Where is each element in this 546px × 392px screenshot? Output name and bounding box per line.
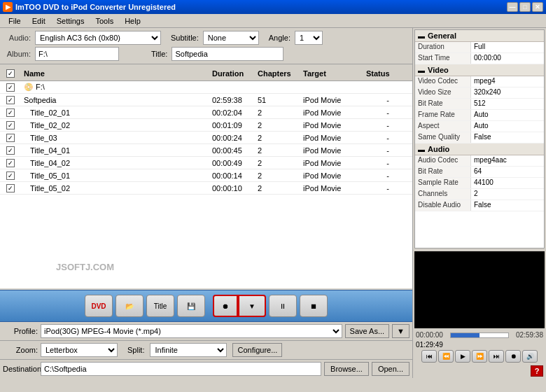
row-chapters: 51: [255, 96, 300, 104]
angle-select[interactable]: 1: [295, 31, 323, 45]
menu-edit[interactable]: Edit: [27, 15, 51, 27]
configure-button[interactable]: Configure...: [232, 343, 282, 357]
row-chapters: 2: [255, 121, 300, 130]
prop-row: Audio Codecmpeg4aac: [415, 155, 544, 167]
row-chapters: 2: [255, 134, 300, 142]
vc-skip-back[interactable]: ⏮: [421, 350, 437, 363]
vc-rewind[interactable]: ⏪: [438, 350, 454, 363]
col-chapters: Chapters: [255, 68, 300, 79]
row-name: Title_05_01: [21, 172, 209, 180]
video-preview: [414, 251, 545, 328]
vc-volume[interactable]: 🔊: [522, 350, 538, 363]
menu-file[interactable]: File: [3, 15, 27, 27]
pause-button[interactable]: ⏸: [269, 295, 297, 317]
menu-settings[interactable]: Settings: [51, 15, 90, 27]
video-section-header[interactable]: ▬ Video: [415, 64, 544, 76]
col-name: Name: [21, 68, 209, 79]
profile-arrow-button[interactable]: ▼: [392, 324, 410, 338]
menu-tools[interactable]: Tools: [90, 15, 119, 27]
row-checkbox[interactable]: ✓: [6, 159, 15, 167]
open-button[interactable]: Open...: [372, 362, 410, 376]
prop-row: Channels2: [415, 189, 544, 200]
general-toggle[interactable]: ▬: [418, 32, 425, 40]
row-checkbox[interactable]: ✓: [6, 121, 15, 130]
vc-play[interactable]: ▶: [455, 350, 470, 363]
menu-bar: File Edit Settings Tools Help: [0, 14, 546, 28]
title-button[interactable]: Title: [146, 295, 174, 317]
table-row[interactable]: ✓ Title_02_02 00:01:09 2 iPod Movie -: [0, 119, 412, 132]
destination-input[interactable]: [41, 362, 321, 376]
progress-fill: [451, 333, 479, 337]
row-status: -: [363, 96, 412, 104]
row-name: Title_02_02: [21, 121, 209, 130]
row-status: -: [363, 172, 412, 180]
row-checkbox[interactable]: ✓: [6, 184, 15, 192]
table-row[interactable]: ✓ Title_05_02 00:00:10 2 iPod Movie -: [0, 182, 412, 195]
row-name: Title_05_02: [21, 184, 209, 192]
prop-row: Sample Rate44100: [415, 178, 544, 189]
row-target: iPod Movie: [300, 96, 363, 104]
save-as-button[interactable]: Save As...: [345, 324, 390, 338]
subtitle-select[interactable]: None: [203, 31, 259, 45]
help-button[interactable]: ?: [531, 365, 543, 377]
vc-forward[interactable]: ⏩: [472, 350, 487, 363]
dvd-button[interactable]: DVD: [85, 295, 113, 317]
table-row[interactable]: ✓ 📀 F:\: [0, 81, 412, 94]
row-duration: 00:00:49: [209, 159, 255, 167]
open-file-button[interactable]: 📂: [115, 295, 144, 317]
general-title: General: [428, 31, 456, 40]
table-row[interactable]: ✓ Title_04_01 00:00:45 2 iPod Movie -: [0, 144, 412, 157]
window-title: ImTOO DVD to iPod Converter Unregistered: [15, 3, 176, 11]
table-row[interactable]: ✓ Title_05_01 00:00:14 2 iPod Movie -: [0, 169, 412, 182]
maximize-button[interactable]: □: [519, 2, 531, 12]
row-target: iPod Movie: [300, 146, 363, 155]
row-target: iPod Movie: [300, 108, 363, 117]
row-duration: 00:00:14: [209, 172, 255, 180]
row-name: Title_02_01: [21, 108, 209, 117]
menu-help[interactable]: Help: [119, 15, 146, 27]
album-input[interactable]: [35, 47, 119, 61]
row-checkbox[interactable]: ✓: [6, 146, 15, 155]
row-target: iPod Movie: [300, 134, 363, 142]
header-checkbox[interactable]: ✓: [6, 69, 15, 78]
table-row[interactable]: ✓ Title_04_02 00:00:49 2 iPod Movie -: [0, 157, 412, 169]
audio-select[interactable]: English AC3 6ch (0x80): [35, 31, 161, 45]
progress-bar[interactable]: [450, 332, 509, 338]
audio-toggle[interactable]: ▬: [418, 146, 425, 153]
save-button[interactable]: 💾: [177, 295, 205, 317]
row-status: -: [363, 134, 412, 142]
row-checkbox[interactable]: ✓: [6, 96, 15, 104]
minimize-button[interactable]: —: [507, 2, 518, 12]
browse-button[interactable]: Browse...: [324, 362, 369, 376]
record-button[interactable]: ⏺: [213, 295, 238, 317]
prop-row: Bit Rate64: [415, 167, 544, 178]
title-input[interactable]: [172, 47, 284, 61]
row-status: -: [363, 159, 412, 167]
profile-select[interactable]: iPod(30G) MPEG-4 Movie (*.mp4): [41, 324, 342, 338]
split-select[interactable]: Infinite: [150, 343, 227, 357]
row-checkbox[interactable]: ✓: [6, 134, 15, 142]
row-checkbox[interactable]: ✓: [6, 172, 15, 180]
angle-label: Angle:: [269, 34, 290, 42]
zoom-select[interactable]: Letterbox: [41, 343, 118, 357]
video-title: Video: [428, 66, 449, 74]
vc-record[interactable]: ⏺: [505, 350, 521, 363]
row-duration: 00:01:09: [209, 121, 255, 130]
row-checkbox[interactable]: ✓: [6, 83, 15, 92]
video-toggle[interactable]: ▬: [418, 66, 425, 74]
album-label: Album:: [3, 50, 31, 58]
vc-buttons: ⏮ ⏪ ▶ ⏩ ⏭ ⏺ 🔊: [416, 350, 543, 363]
table-row[interactable]: ✓ Softpedia 02:59:38 51 iPod Movie -: [0, 94, 412, 106]
record-dropdown[interactable]: ▼: [238, 295, 266, 317]
stop-button[interactable]: ⏹: [300, 295, 328, 317]
row-status: -: [363, 108, 412, 117]
audio-section-header[interactable]: ▬ Audio: [415, 144, 544, 155]
table-row[interactable]: ✓ Title_03 00:00:24 2 iPod Movie -: [0, 132, 412, 144]
table-row[interactable]: ✓ Title_02_01 00:02:04 2 iPod Movie -: [0, 106, 412, 119]
vc-skip-forward[interactable]: ⏭: [489, 350, 504, 363]
title-label: Title:: [151, 50, 167, 58]
general-section-header[interactable]: ▬ General: [415, 30, 544, 42]
row-target: iPod Movie: [300, 159, 363, 167]
row-checkbox[interactable]: ✓: [6, 108, 15, 117]
close-button[interactable]: ✕: [532, 2, 543, 12]
